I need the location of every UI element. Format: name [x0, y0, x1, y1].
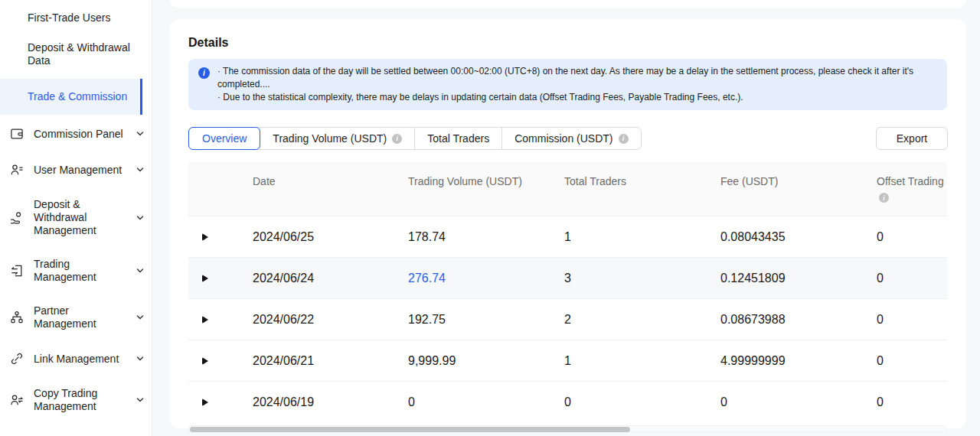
sidebar-item-my-referral-page[interactable]: My Referral Page: [0, 425, 152, 436]
cell-offset: 0: [877, 272, 947, 285]
sidebar-item-user-management[interactable]: User Management: [0, 153, 152, 187]
cell-volume-link[interactable]: 276.74: [408, 272, 564, 285]
cell-traders: 2: [564, 313, 720, 327]
table-row: 2024/06/25 178.74 1 0.08043435 0: [188, 216, 947, 257]
sidebar-item-link-management[interactable]: Link Management: [0, 342, 152, 376]
sidebar-item-label: Trading Management: [34, 258, 132, 284]
table-row: 2024/06/19 0 0 0 0: [188, 381, 947, 422]
cell-date: 2024/06/19: [253, 395, 408, 409]
chevron-down-icon: [135, 395, 145, 405]
expand-caret-icon[interactable]: [202, 399, 208, 406]
column-header-label: Offset Trading Fees: [877, 175, 947, 187]
cell-offset: 0: [877, 313, 947, 327]
sidebar-item-deposit-withdrawal-data[interactable]: Deposit & Withdrawal Data: [0, 33, 142, 76]
main-content: Details i · The commission data of the d…: [152, 0, 980, 436]
wallet-icon: [9, 126, 24, 142]
horizontal-scrollbar[interactable]: [188, 425, 947, 432]
table-row: 2024/06/22 192.75 2 0.08673988 0: [188, 298, 947, 340]
chevron-down-icon: [135, 353, 145, 364]
sidebar-item-commission-panel[interactable]: Commission Panel: [0, 117, 152, 151]
info-icon: i: [198, 67, 210, 79]
column-header-traders: Total Traders: [564, 162, 720, 187]
chevron-down-icon: [135, 213, 145, 223]
sidebar: First-Trade Users Deposit & Withdrawal D…: [0, 0, 152, 436]
cell-volume: 178.74: [408, 230, 564, 244]
sidebar-item-label: Link Management: [34, 353, 132, 366]
sidebar-item-label: Copy Trading Management: [34, 387, 132, 413]
tabs-row: Overview Trading Volume (USDT) i Total T…: [188, 127, 948, 150]
sidebar-item-label: Commission Panel: [34, 128, 132, 141]
cell-fee: 0.12451809: [720, 272, 877, 285]
chevron-down-icon: [135, 265, 145, 276]
column-header-date: Date: [253, 162, 408, 187]
hand-coin-icon: [9, 210, 24, 226]
cell-date: 2024/06/21: [253, 354, 408, 368]
sidebar-item-first-trade-users[interactable]: First-Trade Users: [0, 3, 142, 33]
table-row: 2024/06/21 9,999.99 1 4.99999999 0: [188, 340, 947, 381]
cell-date: 2024/06/25: [253, 230, 408, 244]
copy-trading-icon: [9, 392, 24, 408]
cell-date: 2024/06/22: [253, 313, 408, 327]
page-title: Details: [188, 36, 948, 50]
info-icon[interactable]: i: [619, 134, 629, 144]
tab-label: Total Traders: [427, 132, 489, 145]
doc-transfer-icon: [9, 263, 24, 278]
cell-fee: 0.08043435: [720, 230, 877, 244]
chevron-down-icon: [135, 164, 145, 175]
sidebar-item-label: User Management: [34, 164, 132, 177]
details-card: Details i · The commission data of the d…: [170, 19, 966, 428]
tab-label: Overview: [202, 132, 247, 145]
cell-volume: 9,999.99: [408, 354, 564, 368]
link-icon: [9, 351, 24, 366]
column-header-offset: Offset Trading Fees i: [877, 162, 947, 203]
notice-line-2: · Due to the statistical complexity, the…: [217, 91, 936, 104]
cell-offset: 0: [877, 230, 947, 244]
sidebar-item-label: Partner Management: [34, 304, 132, 330]
cell-offset: 0: [877, 354, 947, 368]
sidebar-item-deposit-withdrawal-management[interactable]: Deposit & Withdrawal Management: [0, 189, 152, 246]
sidebar-item-trading-management[interactable]: Trading Management: [0, 249, 152, 293]
cell-offset: 0: [877, 395, 947, 409]
expander-column-header: [188, 162, 253, 175]
previous-card-bottom: [170, 0, 966, 8]
scrollbar-thumb[interactable]: [190, 427, 630, 432]
info-icon[interactable]: i: [392, 134, 402, 144]
sidebar-item-partner-management[interactable]: Partner Management: [0, 295, 152, 340]
export-button[interactable]: Export: [876, 127, 948, 150]
user-icon: [9, 162, 24, 177]
tab-label: Commission (USDT): [514, 132, 612, 145]
sidebar-item-copy-trading-management[interactable]: Copy Trading Management: [0, 378, 152, 422]
tab-overview[interactable]: Overview: [188, 127, 260, 150]
column-header-fee: Fee (USDT): [720, 162, 877, 187]
info-icon[interactable]: i: [879, 193, 889, 203]
cell-traders: 0: [564, 395, 720, 409]
cell-traders: 3: [564, 272, 720, 285]
table-row: 2024/06/24 276.74 3 0.12451809 0: [188, 257, 947, 298]
org-chart-icon: [9, 310, 24, 325]
table-header-row: Date Trading Volume (USDT) Total Traders…: [188, 162, 947, 216]
column-header-volume: Trading Volume (USDT): [408, 162, 564, 187]
cell-fee: 0.08673988: [720, 313, 877, 327]
chevron-down-icon: [135, 312, 145, 323]
cell-fee: 4.99999999: [720, 354, 877, 368]
expand-caret-icon[interactable]: [202, 275, 208, 282]
tab-commission[interactable]: Commission (USDT) i: [501, 128, 640, 149]
notice-line-1: · The commission data of the day will be…: [217, 65, 936, 91]
info-notice: i · The commission data of the day will …: [188, 59, 947, 110]
tab-total-traders[interactable]: Total Traders: [414, 128, 501, 149]
sidebar-item-label: Deposit & Withdrawal Management: [34, 198, 132, 237]
tab-group: Overview Trading Volume (USDT) i Total T…: [188, 127, 642, 150]
data-table: Date Trading Volume (USDT) Total Traders…: [188, 162, 947, 422]
cell-volume: 0: [408, 395, 564, 409]
tab-trading-volume[interactable]: Trading Volume (USDT) i: [260, 128, 414, 149]
cell-fee: 0: [720, 395, 877, 409]
cell-traders: 1: [564, 230, 720, 244]
expand-caret-icon[interactable]: [202, 233, 208, 241]
chevron-down-icon: [135, 129, 145, 139]
expand-caret-icon[interactable]: [202, 316, 208, 324]
sidebar-item-trade-commission[interactable]: Trade & Commission: [0, 79, 142, 115]
expand-caret-icon[interactable]: [202, 357, 208, 365]
tab-label: Trading Volume (USDT): [273, 132, 387, 145]
cell-date: 2024/06/24: [253, 272, 408, 285]
cell-traders: 1: [564, 354, 720, 368]
